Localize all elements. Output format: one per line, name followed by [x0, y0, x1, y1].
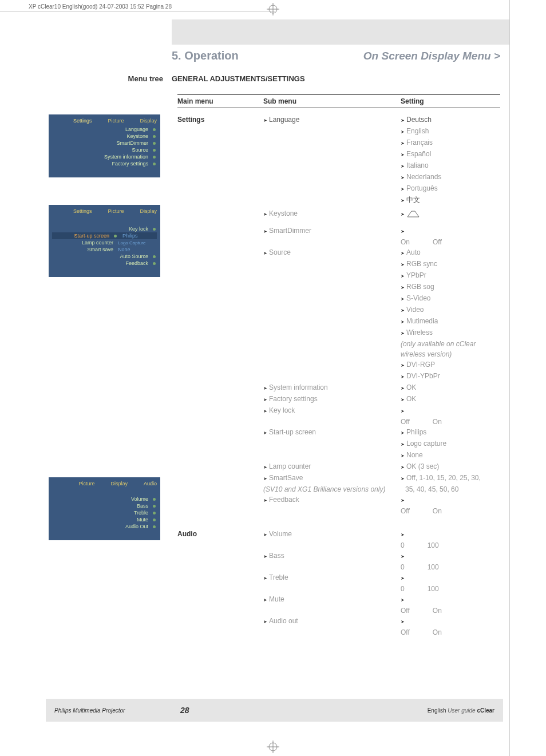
page-edge-rule [509, 0, 510, 756]
sub-keystone: Keystone [263, 208, 395, 220]
ss-opt: Logo Capture [118, 240, 157, 246]
sub-bass: Bass [263, 551, 395, 562]
ss-item: Factory settings [52, 161, 148, 167]
set-lang: Italiano [395, 160, 500, 172]
columns-header: Main menu Sub menu Setting [177, 94, 500, 108]
set-hundred: 100 [428, 562, 439, 572]
footer-product: cClear [477, 707, 494, 714]
set-lang: Deutsch [395, 114, 500, 126]
set-source: DVI-YPbPr [395, 371, 500, 382]
set-ok: OK [395, 382, 500, 394]
set-source: Mutimedia [395, 316, 500, 327]
footer-right: English User guide cClear [428, 707, 494, 714]
set-lang: 中文 [395, 195, 500, 206]
set-source: RGB sync [395, 259, 500, 270]
set-off: Off [401, 506, 410, 516]
set-zero: 0 [401, 584, 405, 594]
keystone-icon [395, 208, 500, 220]
footer-lang: English [428, 707, 448, 714]
print-header: XP cClear10 English(good) 24-07-2003 15:… [0, 0, 275, 11]
set-off: Off [433, 237, 442, 247]
set-lang: Español [395, 149, 500, 160]
chapter-number: 5. Operation [172, 49, 239, 62]
main-settings: Settings [177, 114, 263, 125]
wireless-note: wireless version) [395, 349, 500, 359]
ss-opt: Philips [122, 233, 157, 239]
sub-language: Language [263, 114, 395, 126]
ss-tab: Audio [144, 481, 157, 486]
ss-item: Treble [52, 510, 148, 516]
chapter-heading: 5. Operation On Screen Display Menu > [172, 49, 500, 62]
set-source: DVI-RGP [395, 359, 500, 371]
ss-item: Language [52, 126, 148, 132]
ss-item: Feedback [52, 260, 148, 266]
sub-feedback: Feedback [263, 494, 395, 506]
set-on: On [433, 417, 442, 427]
ss-tab: Picture [108, 208, 124, 214]
ss-tab: Settings [73, 118, 92, 124]
page-footer: Philips Multimedia Projector 28 English … [46, 699, 503, 722]
osd-screenshot-audio: PictureDisplayAudio Volume Bass Treble M… [49, 477, 160, 540]
set-startup: Logo capture [395, 438, 500, 450]
set-lang: English [395, 126, 500, 137]
set-zero: 0 [401, 540, 405, 551]
set-lang: Français [395, 137, 500, 149]
footer-guide: User guide [448, 707, 477, 714]
ss-item: System information [52, 154, 148, 160]
set-source: Auto [395, 247, 500, 259]
ss-item: Start-up screen [52, 233, 109, 239]
sub-smartsave: SmartSave [263, 473, 395, 484]
chapter-title: On Screen Display Menu > [363, 50, 500, 62]
main-audio: Audio [177, 529, 263, 539]
set-off: Off [401, 605, 410, 616]
registration-mark-top [267, 3, 279, 15]
sub-mute: Mute [263, 594, 395, 605]
col-setting-label: Setting [395, 97, 500, 105]
menu-tree: SettingsLanguageDeutsch English Français… [177, 114, 500, 638]
col-sub-label: Sub menu [263, 97, 395, 105]
ss-item: SmartDimmer [52, 140, 148, 146]
side-label-menutree: Menu tree [46, 74, 172, 83]
set-lamp: OK (3 sec) [395, 461, 500, 473]
ss-item: Auto Source [52, 254, 148, 259]
ss-tab: Display [110, 481, 128, 486]
set-startup: None [395, 450, 500, 461]
set-smartsave: Off, 1-10, 15, 20, 25, 30, [395, 473, 500, 484]
set-zero: 0 [401, 562, 405, 572]
set-hundred: 100 [428, 584, 439, 594]
ss-item: Lamp counter [52, 240, 113, 246]
set-smartsave2: 35, 40, 45, 50, 60 [395, 484, 500, 494]
sub-startup: Start-up screen [263, 427, 395, 438]
set-lang: Português [395, 183, 500, 195]
set-source: S-Video [395, 293, 500, 304]
set-source: RGB sog [395, 282, 500, 293]
smartsave-note: (SV10 and XG1 Brilliance versions only) [263, 484, 395, 494]
set-startup: Philips [395, 427, 500, 438]
ss-item: Key lock [52, 226, 148, 232]
sub-keylock: Key lock [263, 405, 395, 417]
ss-item: Bass [52, 503, 148, 509]
set-off: Off [401, 417, 410, 427]
set-on: On [433, 605, 442, 616]
ss-item: Audio Out [52, 524, 148, 529]
ss-item: Smart save [52, 247, 113, 252]
set-ok: OK [395, 394, 500, 405]
sub-volume: Volume [263, 529, 395, 540]
set-on: On [401, 237, 410, 247]
ss-tab: Picture [108, 118, 124, 124]
footer-left: Philips Multimedia Projector [54, 707, 125, 714]
set-hundred: 100 [428, 540, 439, 551]
ss-opt: None [118, 247, 157, 252]
registration-mark-bottom [267, 741, 279, 753]
ss-tab: Display [140, 208, 157, 214]
set-on: On [433, 627, 442, 638]
set-off: Off [401, 627, 410, 638]
set-source: Wireless [395, 327, 500, 339]
footer-page-number: 28 [180, 706, 189, 715]
set-lang: Nederlands [395, 172, 500, 183]
section-title: GENERAL ADJUSTMENTS/SETTINGS [172, 74, 305, 83]
osd-screenshot-settings: SettingsPictureDisplay Language Keystone… [49, 114, 160, 177]
sub-treble: Treble [263, 572, 395, 584]
sub-source: Source [263, 247, 395, 259]
svg-marker-6 [407, 211, 419, 217]
